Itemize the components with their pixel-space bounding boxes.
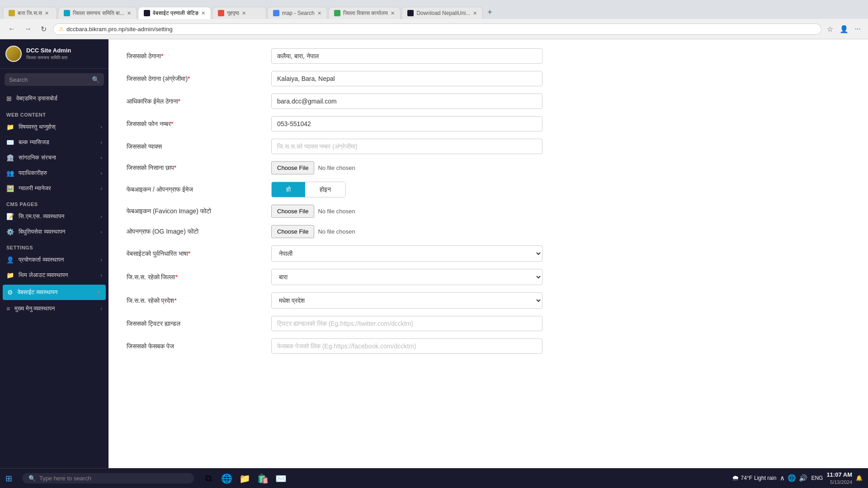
taskbar-task-view[interactable]: ⧉ (200, 470, 217, 487)
taskbar-store[interactable]: 🛍️ (255, 470, 271, 487)
browser-actions: ☆ 👤 ··· (825, 23, 863, 35)
search-input[interactable] (9, 76, 92, 83)
main-menu-label: मुख्य मेनु व्यवस्थापन (14, 305, 55, 312)
more-options-icon[interactable]: ··· (853, 23, 863, 35)
sidebar-item-label-4: ग्यालरी म्यानेजर (19, 185, 51, 192)
browser-chrome: बारा जि.स.स ✕ जिल्ला समन्वय समिति बा... … (0, 0, 868, 39)
address-bar[interactable]: ⚠ dccbara.bikram.pro.np/site-admin/setti… (53, 23, 821, 35)
browser-tab-5[interactable]: map - Search ✕ (267, 7, 327, 19)
notification-icon[interactable]: 🔔 (856, 475, 863, 481)
input-phone[interactable] (271, 116, 542, 131)
choose-file-button-og_image[interactable]: Choose File (271, 225, 314, 238)
address-text: dccbara.bikram.pro.np/site-admin/setting (66, 26, 816, 33)
reload-button[interactable]: ↻ (38, 23, 49, 35)
select-province[interactable]: मधेश प्रदेश (271, 292, 542, 309)
search-icon[interactable]: 🔍 (92, 76, 99, 83)
form-container: जिससको ठेगाना*जिससको ठेगाना (अंग्रेजीमा)… (108, 39, 561, 370)
weather-icon: 🌧 (732, 474, 739, 482)
sidebar-item-label-0: प्रयोगकर्ता व्यवस्थापन (19, 256, 64, 263)
form-row-email: आधिकारिक ईमेल ठेगाना* (127, 94, 542, 109)
taskbar-date-value: 5/13/2024 (826, 479, 852, 486)
chevron-icon-0: › (100, 257, 102, 263)
browser-tab-6[interactable]: जिल्ला विकास कार्यालय ✕ (328, 7, 401, 19)
chevron-down-icon: ▼ (96, 290, 101, 295)
taskbar-start-button[interactable]: ⊞ (0, 474, 18, 483)
toggle-option-favicon_toggle-0[interactable]: हो (272, 182, 305, 197)
sidebar: DCC Site Admin जिल्ला समन्वय समिति बारा … (0, 39, 108, 468)
dashboard-icon: ⊞ (6, 95, 12, 102)
sidebar-item-icon-4: 🖼️ (6, 185, 14, 192)
sidebar-item-1[interactable]: ⚙️ बिधुतियसेवा व्यवस्थापन › (0, 224, 108, 239)
taskbar-edge[interactable]: 🌐 (218, 470, 235, 487)
app-body: DCC Site Admin जिल्ला समन्वय समिति बारा … (0, 39, 868, 468)
sidebar-subtitle: जिल्ला समन्वय समिति बारा (26, 55, 71, 61)
sidebar-item-4[interactable]: 🖼️ ग्यालरी म्यानेजर › (0, 181, 108, 196)
taskbar-right: 🌧 74°F Light rain ∧ 🌐 🔊 ENG 11:07 AM 5/1… (726, 471, 868, 486)
sidebar-item-label-0: विषयवस्तु थप्नुहोस् (19, 123, 56, 131)
browser-tab-7[interactable]: Download NepaliUni... ✕ (401, 7, 483, 19)
sidebar-item-icon-1: ⚙️ (6, 228, 14, 235)
input-fax[interactable] (271, 139, 542, 154)
taskbar-up-arrow[interactable]: ∧ (780, 474, 785, 482)
website-mgmt-icon: ⚙ (7, 289, 13, 296)
sidebar-item-0[interactable]: 👤 प्रयोगकर्ता व्यवस्थापन › (0, 252, 108, 267)
form-row-address_en: जिससको ठेगाना (अंग्रेजीमा)* (127, 71, 542, 86)
sidebar-item-website-management[interactable]: ⚙ वेबसाईट व्यवस्थापन ▼ (3, 285, 106, 300)
sidebar-item-2[interactable]: 🏛️ सांगठनिक संरचना › (0, 150, 108, 165)
sidebar-item-main-menu[interactable]: ≡ मुख्य मेनु व्यवस्थापन › (0, 301, 108, 316)
toggle-option-favicon_toggle-1[interactable]: होइन (305, 182, 345, 197)
sidebar-item-0[interactable]: 📁 विषयवस्तु थप्नुहोस् › (0, 119, 108, 135)
web-content-items: 📁 विषयवस्तु थप्नुहोस् › ✉️ बल्क म्यासिजड… (0, 119, 108, 196)
form-row-language: वेबसाईटको पुर्वनिधारित भाषा*नेपालीEnglis… (127, 245, 542, 262)
file-input-wrapper-og_image: Choose FileNo file chosen (271, 225, 542, 238)
sidebar-item-3[interactable]: 👥 पदाधिकारीहरु › (0, 165, 108, 181)
favorites-icon[interactable]: ☆ (825, 23, 835, 35)
input-email[interactable] (271, 94, 542, 109)
browser-tab-4[interactable]: गृहपृष्ठ ✕ (212, 7, 266, 19)
choose-file-button-favicon_image[interactable]: Choose File (271, 205, 314, 218)
form-row-province: जि.स.स. रहेको प्रदेश*मधेश प्रदेश (127, 292, 542, 309)
taskbar-files[interactable]: 📁 (236, 470, 253, 487)
browser-tab-2[interactable]: जिल्ला समन्वय समिति बा... ✕ (58, 7, 137, 19)
browser-tab-3[interactable]: वेबसाईट प्रणाली सेटिङ ✕ (138, 7, 211, 19)
sidebar-dashboard-item[interactable]: ⊞ वेबएडमिन ड्यासबोर्ड (0, 90, 108, 107)
taskbar-mail[interactable]: ✉️ (273, 470, 289, 487)
sidebar-item-1[interactable]: 📁 थिम लेआउट व्यवस्थापन › (0, 267, 108, 283)
sidebar-logo (5, 46, 22, 62)
taskbar-clock[interactable]: 11:07 AM 5/13/2024 (826, 471, 852, 486)
sidebar-item-1[interactable]: ✉️ बल्क म्यासिजड › (0, 135, 108, 150)
input-address_en[interactable] (271, 71, 542, 86)
content-area: जिससको ठेगाना*जिससको ठेगाना (अंग्रेजीमा)… (108, 39, 868, 468)
search-box[interactable]: 🔍 (5, 73, 104, 86)
main-menu-icon: ≡ (6, 305, 10, 312)
taskbar-volume-icon[interactable]: 🔊 (799, 474, 807, 482)
file-input-wrapper-seal: Choose FileNo file chosen (271, 161, 542, 174)
select-language[interactable]: नेपालीEnglish (271, 245, 542, 262)
form-row-fax: जिससको प्याक्स (127, 139, 542, 154)
sidebar-item-0[interactable]: 📝 सि.एम.एस. व्यवस्थापन › (0, 209, 108, 224)
weather-condition: Light rain (754, 475, 776, 481)
back-button[interactable]: ← (5, 23, 18, 35)
chevron-icon-0: › (100, 214, 102, 219)
sidebar-item-label-1: बिधुतियसेवा व्यवस्थापन (19, 228, 65, 235)
profile-icon[interactable]: 👤 (838, 23, 850, 35)
weather-temp: 74°F (741, 475, 752, 481)
taskbar-search-box[interactable]: 🔍 (22, 473, 194, 483)
input-twitter[interactable] (271, 316, 542, 331)
sidebar-item-icon-1: ✉️ (6, 139, 14, 146)
form-label-address_np: जिससको ठेगाना* (127, 52, 271, 60)
taskbar-search-input[interactable] (39, 475, 188, 482)
forward-button[interactable]: → (22, 23, 34, 35)
sidebar-item-label-0: सि.एम.एस. व्यवस्थापन (19, 213, 64, 220)
input-facebook[interactable] (271, 338, 542, 354)
sidebar-item-icon-0: 📝 (6, 213, 14, 220)
taskbar-network-icon[interactable]: 🌐 (788, 474, 796, 482)
sidebar-item-label-3: पदाधिकारीहरु (19, 169, 47, 177)
sidebar-item-label-1: बल्क म्यासिजड (19, 139, 49, 146)
new-tab-button[interactable]: + (484, 6, 496, 19)
browser-tab-1[interactable]: बारा जि.स.स ✕ (3, 7, 57, 19)
input-address_np[interactable] (271, 48, 542, 64)
choose-file-button-seal[interactable]: Choose File (271, 161, 314, 174)
section-cms-pages-label: CMS PAGES (0, 196, 108, 209)
select-district[interactable]: बारा (271, 269, 542, 285)
